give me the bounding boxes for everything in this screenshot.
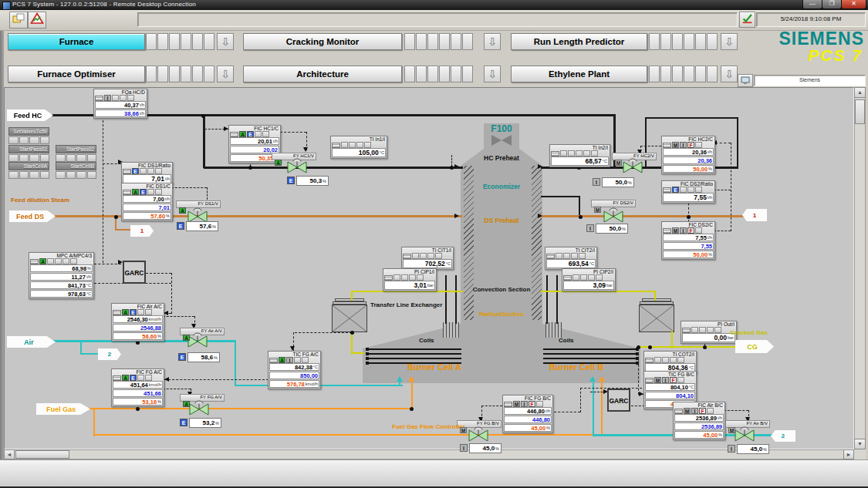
nav-cell[interactable] (695, 33, 706, 50)
faceplate-pi-cip1-i[interactable]: PI CIP1/I3,01bar (383, 268, 437, 291)
nav-cell[interactable] (404, 33, 415, 50)
command-cell[interactable] (19, 154, 29, 162)
vertical-scrollbar[interactable] (854, 87, 866, 449)
nav-cell[interactable] (684, 33, 694, 50)
nav-cell[interactable] (462, 66, 473, 82)
command-cell[interactable] (76, 171, 86, 179)
nav-cell[interactable] (672, 66, 683, 82)
nav-cell[interactable] (181, 33, 191, 50)
valve-fy-ds2-v[interactable] (603, 207, 623, 224)
command-cell[interactable] (19, 136, 29, 144)
nav-cell[interactable] (146, 66, 157, 82)
faceplate-fic-ds1-c[interactable]: FIC DS1/CAE7,00t/h7,0157,60% (121, 183, 173, 221)
nav-cell[interactable] (192, 33, 203, 50)
nav-cell[interactable] (192, 66, 203, 82)
command-cell[interactable] (76, 154, 86, 162)
faceplate-ti-in2-i[interactable]: TI In2/I68,57°C (549, 144, 610, 167)
nav-cell[interactable] (427, 33, 438, 50)
command-setvalvesto50[interactable]: SetValvesTo50 (8, 127, 49, 144)
scroll-left-button[interactable]: ◄ (4, 449, 15, 459)
command-cell[interactable] (8, 171, 19, 179)
faceplate-ti-cit2-i[interactable]: TI CIT2/I693,54°C (545, 247, 597, 270)
faceplate-pi-out-i[interactable]: PI Out/I0,00bar (681, 321, 737, 344)
command-cell[interactable] (40, 154, 50, 162)
alarm-list-button[interactable] (28, 12, 46, 29)
nav-cell[interactable] (672, 33, 683, 50)
faceplate-fqa-hc-d[interactable]: FQa HC/DI40,37t/h38,66t/h (93, 89, 147, 119)
command-cell[interactable] (66, 171, 76, 179)
nav-cell[interactable] (157, 66, 168, 82)
nav-cell[interactable] (439, 33, 450, 50)
horizontal-scroll-thumb[interactable] (15, 450, 69, 459)
nav-cell[interactable] (181, 66, 191, 82)
nav-cell[interactable] (404, 66, 415, 82)
nav-dropdown-button[interactable]: ⇩ (484, 66, 501, 82)
faceplate-tic-fg-a-c[interactable]: TIC FG A/CAI842,38°C850,00576,78kmol/h (268, 351, 321, 389)
nav-dropdown-button[interactable]: ⇩ (217, 66, 234, 82)
command-cell[interactable] (19, 171, 29, 179)
command-cell[interactable] (40, 136, 50, 144)
nav-cell[interactable] (451, 66, 461, 82)
faceplate-fic-fg-a-c[interactable]: FIC FG A/CAE451,64kmol/h451,6653,16% (111, 369, 164, 407)
nav-cell[interactable] (695, 66, 706, 82)
nav-cell[interactable] (660, 33, 671, 50)
nav-furnace-optimiser-button[interactable]: Furnace Optimiser (8, 66, 145, 82)
valve-fy-air-b-v[interactable] (735, 426, 755, 443)
faceplate-fic-air-a-c[interactable]: FIC Air A/CAE2546,30kmol/h2546,8858,60% (111, 303, 164, 342)
faceplate-mpc-a-mpc4-3[interactable]: MPC A/MPC4/3A68,98%11,27t/h841,73°C978,6… (29, 252, 94, 299)
nav-cell[interactable] (451, 33, 461, 50)
command-cell[interactable] (66, 154, 76, 162)
garc-block-1[interactable]: GARC (123, 261, 146, 284)
command-cell[interactable] (8, 136, 19, 144)
nav-cell[interactable] (169, 33, 180, 50)
faceplate-fic-ds2-c[interactable]: FIC DS2/CMIF7,55t/h7,5550,00% (661, 221, 715, 260)
acknowledge-message-button[interactable] (739, 12, 755, 28)
nav-cell[interactable] (649, 66, 660, 82)
nav-cell[interactable] (684, 66, 694, 82)
faceplate-fic-fg-b-c[interactable]: FIC FG B/CMIF446,80t/h446,8045,00% (502, 395, 553, 433)
command-startcellb[interactable]: StartCellB (56, 162, 96, 179)
command-cell[interactable] (8, 154, 19, 162)
faceplate-fic-ds1-ratio[interactable]: FIC DS1/RatioE7,01t/h (121, 162, 173, 185)
nav-cell[interactable] (416, 66, 427, 82)
command-cell[interactable] (29, 171, 39, 179)
nav-cell[interactable] (660, 66, 671, 82)
nav-cell[interactable] (169, 66, 180, 82)
nav-cracking-monitor-button[interactable]: Cracking Monitor (243, 33, 402, 50)
nav-cell[interactable] (416, 33, 427, 50)
horizontal-scrollbar[interactable] (4, 449, 854, 459)
valve-fy-fg-a-v[interactable] (189, 400, 209, 416)
valve-fy-hc1-v[interactable] (287, 158, 307, 174)
command-cell[interactable] (29, 136, 39, 144)
faceplate-pi-cip2-i[interactable]: PI CIP2/I3,09bar (562, 268, 616, 291)
window-titlebar[interactable]: PCS 7 System - 127.0.0.2:51208 - Remote … (0, 0, 868, 10)
faceplate-ti-cit1-i[interactable]: TI CIT1/I702,52°C (401, 247, 454, 270)
nav-architecture-button[interactable]: Architecture (243, 66, 402, 82)
command-cell[interactable] (29, 154, 39, 162)
garc-block-2[interactable]: GARC (607, 389, 630, 412)
valve-fy-hc2-v[interactable] (623, 158, 643, 174)
faceplate-fic-air-b-c[interactable]: FIC Air B/CMIF2536,89t/h2536,8945,00% (673, 402, 725, 440)
faceplate-ti-in1-i[interactable]: TI In1/I105,00°C (330, 136, 387, 159)
nav-run-length-predictor-button[interactable]: Run Length Predictor (511, 33, 647, 50)
faceplate-fic-ds2-ratio[interactable]: FIC DS2/RatioE7,55t/h (661, 180, 715, 204)
nav-cell[interactable] (204, 66, 214, 82)
maximize-button[interactable]: ❐ (822, 0, 842, 9)
server-status-button[interactable] (738, 74, 753, 87)
nav-cell[interactable] (439, 66, 450, 82)
faceplate-fic-hc2-c[interactable]: FIC HC2/CMIF20,36t/h20,3650,00% (661, 136, 715, 174)
command-cell[interactable] (87, 154, 97, 162)
command-cell[interactable] (40, 171, 50, 179)
picture-selection-button[interactable] (9, 12, 28, 29)
nav-cell[interactable] (707, 33, 718, 50)
command-cell[interactable] (87, 171, 97, 179)
nav-dropdown-button[interactable]: ⇩ (217, 33, 234, 50)
nav-cell[interactable] (157, 33, 168, 50)
scroll-up-button[interactable]: ▲ (854, 87, 866, 98)
nav-dropdown-button[interactable]: ⇩ (484, 33, 501, 50)
scroll-right-button[interactable]: ► (843, 449, 854, 459)
command-startcella[interactable]: StartCellA (8, 162, 49, 179)
command-cell[interactable] (56, 154, 66, 162)
vertical-scroll-thumb[interactable] (855, 99, 865, 124)
nav-cell[interactable] (146, 33, 157, 50)
